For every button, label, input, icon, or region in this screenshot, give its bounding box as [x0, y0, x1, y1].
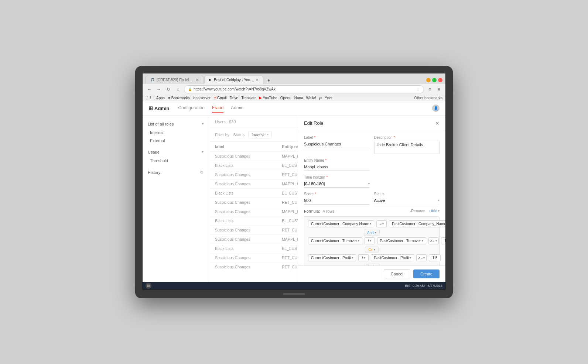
- formula-pill-left-1[interactable]: CurrentCustomer . Company Name ▾: [308, 220, 374, 227]
- formula-div-3[interactable]: / ▾: [358, 254, 369, 261]
- lang-indicator: EN: [405, 284, 410, 288]
- browser-tab-1[interactable]: 🎵 [CREAT-823] Fix left side... ✕: [146, 76, 204, 84]
- close-button[interactable]: [438, 78, 442, 82]
- formula-gte-3[interactable]: >= ▾: [416, 254, 427, 261]
- bookmark-gmail[interactable]: M Gmail: [213, 96, 227, 100]
- entity-spacer: [374, 158, 440, 171]
- formula-val-3[interactable]: 1.5: [429, 254, 441, 261]
- user-avatar[interactable]: 👤: [432, 104, 440, 112]
- modal-close-button[interactable]: ✕: [435, 120, 440, 126]
- entity-required: *: [325, 158, 327, 162]
- tab-close-1[interactable]: ✕: [196, 78, 199, 82]
- tab-close-2[interactable]: ✕: [256, 78, 259, 82]
- fop1-chevron: ▾: [382, 222, 384, 226]
- fpill3r-chevron: ▾: [410, 256, 411, 260]
- formula-section: Formula: 4 rows -Remove +Add ▾: [304, 209, 440, 265]
- time-horizon-chevron: ▾: [368, 182, 370, 185]
- formula-pill-left-2[interactable]: CurrentCustomer . Turnover ▾: [308, 237, 362, 244]
- label-group: Label * Suspicious Changes: [304, 135, 370, 154]
- history-refresh-icon[interactable]: ↻: [200, 170, 204, 175]
- taskbar-time: 9:29 AM: [413, 284, 425, 288]
- desc-required: *: [394, 135, 395, 140]
- minimize-button[interactable]: [426, 78, 431, 82]
- formula-val-2[interactable]: 1.5: [441, 237, 445, 244]
- add-formula-button[interactable]: +Add ▾: [428, 209, 440, 213]
- status-field-label: Status: [374, 192, 440, 196]
- time-horizon-select[interactable]: [0-180-180] ▾: [304, 181, 370, 188]
- and1-chevron: ▾: [375, 231, 376, 234]
- extensions-button[interactable]: ⚙: [426, 86, 434, 93]
- taskbar-start[interactable]: ⊞: [146, 283, 151, 289]
- cancel-button[interactable]: Cancel: [384, 269, 410, 278]
- status-select-modal[interactable]: Active ▾: [374, 197, 440, 204]
- home-button[interactable]: ⌂: [174, 86, 182, 93]
- bookmark-walla[interactable]: Walla!: [306, 96, 316, 100]
- bookmark-youtube[interactable]: ▶ YouTube: [259, 96, 277, 100]
- bookmark-drive[interactable]: Drive: [230, 96, 238, 100]
- sidebar-roles-header[interactable]: List of all roles ▾: [143, 120, 209, 128]
- formula-pill-right-2[interactable]: PastCustomer . Turnover ▾: [377, 237, 426, 244]
- and-connector-1[interactable]: And ▾: [364, 230, 380, 236]
- remove-formula-button[interactable]: -Remove: [410, 209, 425, 213]
- fpill1-chevron: ▾: [370, 222, 371, 226]
- score-group: Score * 500: [304, 192, 370, 205]
- description-textarea[interactable]: Hide Broker Client Details: [374, 141, 440, 154]
- maximize-button[interactable]: [432, 78, 437, 82]
- status-group: Status Active ▾: [374, 192, 440, 205]
- form-row-1: Label * Suspicious Changes Description: [304, 135, 440, 154]
- browser-tab-2[interactable]: ▶ Best of Coldplay - You... ✕: [204, 76, 263, 84]
- sidebar-usage-header[interactable]: Usage ▾: [143, 148, 209, 157]
- formula-row-2: CurrentCustomer . Turnover ▾ / ▾: [308, 237, 435, 244]
- back-button[interactable]: ←: [146, 86, 153, 93]
- browser-tabs: 🎵 [CREAT-823] Fix left side... ✕ ▶ Best …: [143, 73, 445, 84]
- create-button[interactable]: Create: [413, 269, 440, 278]
- formula-div-2[interactable]: / ▾: [365, 237, 375, 244]
- formula-op-1[interactable]: = ▾: [376, 220, 387, 227]
- formula-pill-left-3[interactable]: CurrentCustomer . Profit ▾: [308, 254, 356, 261]
- score-label: Score *: [304, 192, 370, 196]
- formula-row-3: CurrentCustomer . Profit ▾ / ▾: [308, 254, 435, 261]
- sidebar-item-threshold[interactable]: Threshold: [143, 157, 209, 165]
- sidebar-history-header[interactable]: History ↻: [143, 168, 209, 177]
- formula-pill-right-3[interactable]: PastCustomer . Profit ▾: [371, 254, 414, 261]
- formula-header: Formula: 4 rows -Remove +Add ▾: [304, 209, 440, 213]
- bookmark-wine[interactable]: יין: [319, 96, 322, 100]
- roles-chevron: ▾: [202, 122, 204, 126]
- url-text: https://www.youtube.com/watch?v=N7ys8qVZ…: [194, 87, 414, 91]
- nav-admin[interactable]: Admin: [231, 104, 243, 113]
- sidebar-item-internal[interactable]: Internal: [143, 128, 209, 137]
- sidebar: List of all roles ▾ Internal External Us…: [143, 116, 209, 282]
- forward-button[interactable]: →: [155, 86, 163, 93]
- sidebar-item-external[interactable]: External: [143, 137, 209, 145]
- menu-button[interactable]: ≡: [435, 86, 442, 93]
- bookmark-nana[interactable]: Nana: [294, 96, 303, 100]
- modal-footer: Cancel Create: [298, 265, 445, 282]
- fgte2-chevron: ▾: [435, 239, 437, 243]
- entity-name-value[interactable]: Mappl_dbuss: [304, 164, 370, 171]
- taskbar-date: 5/27/2015: [428, 284, 442, 288]
- bookmark-localserver[interactable]: localserver: [193, 96, 211, 100]
- time-horizon-group: Time horizon * [0-180-180] ▾: [304, 175, 370, 188]
- nav-configuration[interactable]: Configuration: [178, 104, 204, 113]
- nav-fraud[interactable]: Fraud: [212, 104, 223, 113]
- bookmark-apps[interactable]: ⋮⋮⋮ Apps: [146, 96, 165, 100]
- bookmark-openu[interactable]: Openu: [280, 96, 291, 100]
- description-field-label: Description *: [374, 135, 440, 140]
- label-required: *: [314, 135, 315, 140]
- other-bookmarks[interactable]: Other bookmarks: [414, 96, 442, 100]
- bookmark-ynet[interactable]: Ynet: [325, 96, 332, 100]
- formula-pill-right-1[interactable]: PastCustomer . Company_Name ▾: [389, 220, 445, 227]
- bookmark-star[interactable]: ☆: [416, 87, 420, 92]
- formula-actions: -Remove +Add ▾: [410, 209, 440, 213]
- label-value[interactable]: Suspicious Changes: [304, 141, 370, 148]
- modal-overlay: Edit Role ✕ Label *: [209, 116, 445, 282]
- fpill3l-chevron: ▾: [352, 256, 353, 260]
- score-value[interactable]: 500: [304, 197, 370, 205]
- new-tab-button[interactable]: +: [266, 77, 272, 84]
- bookmark-bookmarks[interactable]: ★ Bookmarks: [168, 96, 190, 100]
- refresh-button[interactable]: ↻: [165, 86, 172, 93]
- or-connector[interactable]: Or ▾: [365, 247, 378, 253]
- address-bar[interactable]: 🔒 https://www.youtube.com/watch?v=N7ys8q…: [184, 85, 424, 93]
- formula-gte-2[interactable]: >= ▾: [428, 237, 439, 244]
- bookmark-translate[interactable]: Translate: [241, 96, 256, 100]
